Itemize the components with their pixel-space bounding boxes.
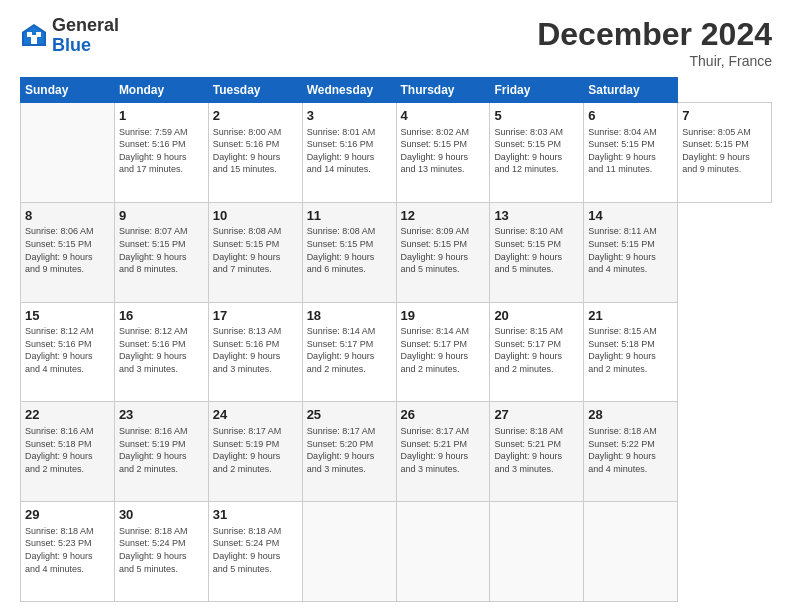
table-row: 7Sunrise: 8:05 AMSunset: 5:15 PMDaylight… [678, 103, 772, 203]
col-friday: Friday [490, 78, 584, 103]
table-row: 11Sunrise: 8:08 AMSunset: 5:15 PMDayligh… [302, 202, 396, 302]
calendar-week-2: 8Sunrise: 8:06 AMSunset: 5:15 PMDaylight… [21, 202, 772, 302]
logo-text: General Blue [52, 16, 119, 56]
day-info: Sunrise: 8:15 AMSunset: 5:17 PMDaylight:… [494, 325, 579, 375]
day-number: 19 [401, 307, 486, 325]
day-number: 15 [25, 307, 110, 325]
day-info: Sunrise: 8:03 AMSunset: 5:15 PMDaylight:… [494, 126, 579, 176]
day-info: Sunrise: 8:12 AMSunset: 5:16 PMDaylight:… [119, 325, 204, 375]
day-info: Sunrise: 7:59 AMSunset: 5:16 PMDaylight:… [119, 126, 204, 176]
day-info: Sunrise: 8:14 AMSunset: 5:17 PMDaylight:… [307, 325, 392, 375]
day-info: Sunrise: 8:11 AMSunset: 5:15 PMDaylight:… [588, 225, 673, 275]
col-tuesday: Tuesday [208, 78, 302, 103]
table-row [396, 502, 490, 602]
day-info: Sunrise: 8:02 AMSunset: 5:15 PMDaylight:… [401, 126, 486, 176]
logo-icon [20, 22, 48, 50]
header-row: Sunday Monday Tuesday Wednesday Thursday… [21, 78, 772, 103]
day-number: 18 [307, 307, 392, 325]
day-info: Sunrise: 8:00 AMSunset: 5:16 PMDaylight:… [213, 126, 298, 176]
calendar-week-3: 15Sunrise: 8:12 AMSunset: 5:16 PMDayligh… [21, 302, 772, 402]
calendar-header: Sunday Monday Tuesday Wednesday Thursday… [21, 78, 772, 103]
table-row: 6Sunrise: 8:04 AMSunset: 5:15 PMDaylight… [584, 103, 678, 203]
table-row: 17Sunrise: 8:13 AMSunset: 5:16 PMDayligh… [208, 302, 302, 402]
day-info: Sunrise: 8:09 AMSunset: 5:15 PMDaylight:… [401, 225, 486, 275]
day-number: 26 [401, 406, 486, 424]
day-info: Sunrise: 8:14 AMSunset: 5:17 PMDaylight:… [401, 325, 486, 375]
table-row: 13Sunrise: 8:10 AMSunset: 5:15 PMDayligh… [490, 202, 584, 302]
calendar-week-5: 29Sunrise: 8:18 AMSunset: 5:23 PMDayligh… [21, 502, 772, 602]
svg-rect-3 [27, 32, 32, 37]
table-row: 19Sunrise: 8:14 AMSunset: 5:17 PMDayligh… [396, 302, 490, 402]
col-wednesday: Wednesday [302, 78, 396, 103]
day-info: Sunrise: 8:10 AMSunset: 5:15 PMDaylight:… [494, 225, 579, 275]
table-row: 1Sunrise: 7:59 AMSunset: 5:16 PMDaylight… [114, 103, 208, 203]
table-row: 2Sunrise: 8:00 AMSunset: 5:16 PMDaylight… [208, 103, 302, 203]
svg-rect-4 [36, 32, 41, 37]
calendar-table: Sunday Monday Tuesday Wednesday Thursday… [20, 77, 772, 602]
table-row: 31Sunrise: 8:18 AMSunset: 5:24 PMDayligh… [208, 502, 302, 602]
day-info: Sunrise: 8:18 AMSunset: 5:24 PMDaylight:… [119, 525, 204, 575]
day-number: 25 [307, 406, 392, 424]
table-row: 20Sunrise: 8:15 AMSunset: 5:17 PMDayligh… [490, 302, 584, 402]
day-number: 23 [119, 406, 204, 424]
table-row [490, 502, 584, 602]
table-row: 4Sunrise: 8:02 AMSunset: 5:15 PMDaylight… [396, 103, 490, 203]
table-row [584, 502, 678, 602]
col-sunday: Sunday [21, 78, 115, 103]
table-row: 8Sunrise: 8:06 AMSunset: 5:15 PMDaylight… [21, 202, 115, 302]
col-monday: Monday [114, 78, 208, 103]
day-number: 12 [401, 207, 486, 225]
page-header: General Blue December 2024 Thuir, France [20, 16, 772, 69]
day-number: 9 [119, 207, 204, 225]
day-info: Sunrise: 8:12 AMSunset: 5:16 PMDaylight:… [25, 325, 110, 375]
table-row: 15Sunrise: 8:12 AMSunset: 5:16 PMDayligh… [21, 302, 115, 402]
day-info: Sunrise: 8:16 AMSunset: 5:19 PMDaylight:… [119, 425, 204, 475]
day-number: 24 [213, 406, 298, 424]
table-row: 29Sunrise: 8:18 AMSunset: 5:23 PMDayligh… [21, 502, 115, 602]
day-info: Sunrise: 8:05 AMSunset: 5:15 PMDaylight:… [682, 126, 767, 176]
day-info: Sunrise: 8:17 AMSunset: 5:19 PMDaylight:… [213, 425, 298, 475]
logo: General Blue [20, 16, 119, 56]
table-row: 18Sunrise: 8:14 AMSunset: 5:17 PMDayligh… [302, 302, 396, 402]
table-row: 28Sunrise: 8:18 AMSunset: 5:22 PMDayligh… [584, 402, 678, 502]
col-saturday: Saturday [584, 78, 678, 103]
day-info: Sunrise: 8:18 AMSunset: 5:24 PMDaylight:… [213, 525, 298, 575]
table-row: 3Sunrise: 8:01 AMSunset: 5:16 PMDaylight… [302, 103, 396, 203]
month-title: December 2024 [537, 16, 772, 53]
empty-cell [21, 103, 115, 203]
calendar-week-1: 1Sunrise: 7:59 AMSunset: 5:16 PMDaylight… [21, 103, 772, 203]
day-info: Sunrise: 8:01 AMSunset: 5:16 PMDaylight:… [307, 126, 392, 176]
col-thursday: Thursday [396, 78, 490, 103]
day-number: 21 [588, 307, 673, 325]
day-info: Sunrise: 8:13 AMSunset: 5:16 PMDaylight:… [213, 325, 298, 375]
day-info: Sunrise: 8:16 AMSunset: 5:18 PMDaylight:… [25, 425, 110, 475]
calendar-week-4: 22Sunrise: 8:16 AMSunset: 5:18 PMDayligh… [21, 402, 772, 502]
day-number: 5 [494, 107, 579, 125]
day-info: Sunrise: 8:18 AMSunset: 5:21 PMDaylight:… [494, 425, 579, 475]
day-info: Sunrise: 8:17 AMSunset: 5:21 PMDaylight:… [401, 425, 486, 475]
table-row: 9Sunrise: 8:07 AMSunset: 5:15 PMDaylight… [114, 202, 208, 302]
table-row: 27Sunrise: 8:18 AMSunset: 5:21 PMDayligh… [490, 402, 584, 502]
day-info: Sunrise: 8:08 AMSunset: 5:15 PMDaylight:… [213, 225, 298, 275]
day-number: 27 [494, 406, 579, 424]
day-number: 8 [25, 207, 110, 225]
day-number: 17 [213, 307, 298, 325]
day-number: 6 [588, 107, 673, 125]
calendar-page: General Blue December 2024 Thuir, France… [0, 0, 792, 612]
day-number: 31 [213, 506, 298, 524]
day-info: Sunrise: 8:18 AMSunset: 5:23 PMDaylight:… [25, 525, 110, 575]
day-number: 29 [25, 506, 110, 524]
day-number: 14 [588, 207, 673, 225]
calendar-body: 1Sunrise: 7:59 AMSunset: 5:16 PMDaylight… [21, 103, 772, 602]
table-row: 24Sunrise: 8:17 AMSunset: 5:19 PMDayligh… [208, 402, 302, 502]
day-number: 30 [119, 506, 204, 524]
table-row: 16Sunrise: 8:12 AMSunset: 5:16 PMDayligh… [114, 302, 208, 402]
day-number: 28 [588, 406, 673, 424]
table-row: 12Sunrise: 8:09 AMSunset: 5:15 PMDayligh… [396, 202, 490, 302]
table-row: 22Sunrise: 8:16 AMSunset: 5:18 PMDayligh… [21, 402, 115, 502]
day-info: Sunrise: 8:18 AMSunset: 5:22 PMDaylight:… [588, 425, 673, 475]
day-number: 2 [213, 107, 298, 125]
title-block: December 2024 Thuir, France [537, 16, 772, 69]
day-number: 22 [25, 406, 110, 424]
day-number: 13 [494, 207, 579, 225]
